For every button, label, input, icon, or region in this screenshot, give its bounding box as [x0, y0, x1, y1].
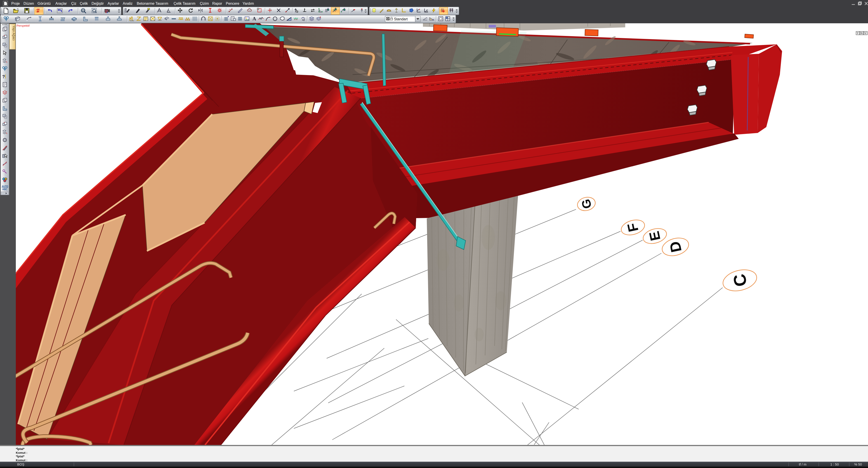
svg-text:V: V — [864, 32, 866, 35]
svg-text:?: ? — [2, 74, 5, 79]
svg-text:Pencere: Pencere — [226, 2, 239, 5]
svg-text:N: N — [861, 32, 863, 35]
svg-text:?: ? — [427, 10, 428, 13]
svg-text:Proje: Proje — [11, 2, 20, 5]
svg-text:1 : 50: 1 : 50 — [830, 462, 839, 466]
svg-text:Çizim: Çizim — [200, 2, 209, 5]
svg-text:+2: +2 — [302, 19, 305, 21]
svg-text:Yardım: Yardım — [243, 2, 254, 5]
svg-text:AUTO: AUTO — [2, 185, 8, 188]
svg-text:Değiştir: Değiştir — [92, 2, 104, 5]
svg-text:Düzen: Düzen — [24, 2, 34, 5]
svg-text:Analiz: Analiz — [123, 2, 133, 5]
svg-text:Perspektif: Perspektif — [17, 24, 30, 27]
svg-text:Ayarlar: Ayarlar — [107, 2, 119, 5]
svg-text:A: A — [252, 16, 256, 22]
svg-text:BOŞ: BOŞ — [17, 462, 24, 466]
svg-text:Betonarme Tasarım: Betonarme Tasarım — [137, 2, 168, 5]
svg-text:Görüntü: Görüntü — [37, 2, 51, 5]
svg-text:Çiz: Çiz — [71, 2, 76, 5]
svg-text:Standart: Standart — [394, 17, 408, 21]
svg-text:*İptal*: *İptal* — [16, 455, 25, 458]
svg-text:Komut :: Komut : — [16, 451, 27, 455]
svg-text:Komut :: Komut : — [16, 459, 27, 462]
svg-text:Rapor: Rapor — [212, 2, 222, 5]
svg-text:tf / m: tf / m — [799, 462, 806, 466]
svg-text:% 50: % 50 — [854, 462, 862, 466]
svg-text:ABC: ABC — [2, 188, 7, 191]
svg-text:Çelik: Çelik — [80, 2, 88, 5]
svg-text:Araçlar: Araçlar — [55, 2, 67, 5]
svg-text:Çelik Tasarım: Çelik Tasarım — [174, 2, 195, 5]
svg-text:Yapı Ağacı: Yapı Ağacı — [12, 26, 16, 41]
svg-text:*İptal*: *İptal* — [16, 447, 25, 450]
svg-text:Y: Y — [857, 32, 859, 35]
